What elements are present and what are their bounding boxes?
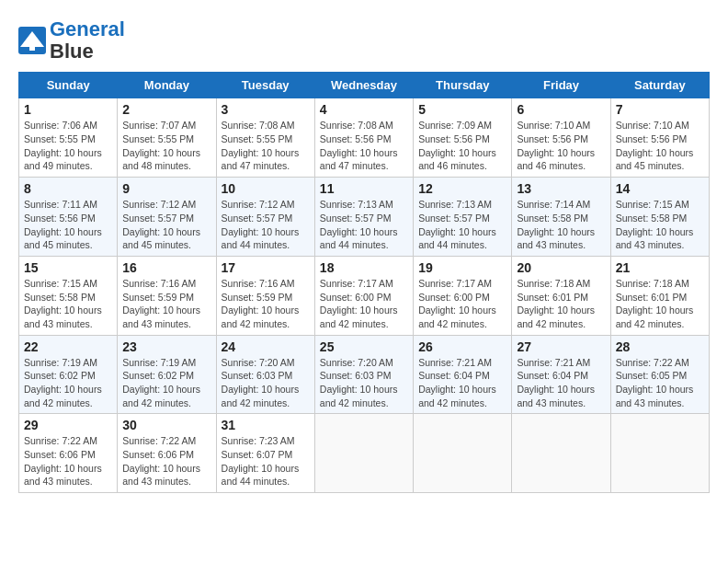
calendar-day-cell: 10Sunrise: 7:12 AM Sunset: 5:57 PM Dayli…: [216, 178, 314, 257]
day-number: 22: [24, 339, 112, 354]
day-number: 2: [122, 102, 210, 117]
day-info: Sunrise: 7:09 AM Sunset: 5:56 PM Dayligh…: [418, 119, 506, 173]
day-number: 1: [24, 102, 112, 117]
day-info: Sunrise: 7:07 AM Sunset: 5:55 PM Dayligh…: [122, 119, 210, 173]
calendar-week-row: 1Sunrise: 7:06 AM Sunset: 5:55 PM Daylig…: [19, 98, 710, 178]
day-info: Sunrise: 7:08 AM Sunset: 5:56 PM Dayligh…: [320, 119, 408, 173]
day-number: 30: [122, 418, 210, 432]
day-info: Sunrise: 7:19 AM Sunset: 6:02 PM Dayligh…: [24, 356, 112, 410]
calendar-day-cell: 20Sunrise: 7:18 AM Sunset: 6:01 PM Dayli…: [512, 256, 610, 335]
calendar-day-cell: 11Sunrise: 7:13 AM Sunset: 5:57 PM Dayli…: [314, 178, 413, 257]
calendar-day-cell: 18Sunrise: 7:17 AM Sunset: 6:00 PM Dayli…: [314, 256, 413, 335]
day-info: Sunrise: 7:19 AM Sunset: 6:02 PM Dayligh…: [122, 356, 210, 410]
weekday-header-tuesday: Tuesday: [216, 73, 314, 98]
day-info: Sunrise: 7:12 AM Sunset: 5:57 PM Dayligh…: [222, 198, 310, 252]
calendar-day-cell: 24Sunrise: 7:20 AM Sunset: 6:03 PM Dayli…: [216, 335, 314, 414]
calendar-day-cell: 17Sunrise: 7:16 AM Sunset: 5:59 PM Dayli…: [216, 256, 314, 335]
day-number: 4: [320, 102, 408, 117]
empty-cell: [414, 414, 512, 493]
calendar-day-cell: 15Sunrise: 7:15 AM Sunset: 5:58 PM Dayli…: [19, 256, 118, 335]
calendar-week-row: 8Sunrise: 7:11 AM Sunset: 5:56 PM Daylig…: [19, 178, 710, 257]
weekday-header-friday: Friday: [512, 73, 610, 98]
empty-cell: [512, 414, 610, 493]
empty-cell: [314, 414, 413, 493]
day-number: 5: [418, 102, 506, 117]
weekday-header-sunday: Sunday: [19, 73, 118, 98]
day-number: 21: [616, 260, 704, 275]
day-info: Sunrise: 7:10 AM Sunset: 5:56 PM Dayligh…: [517, 119, 605, 173]
day-number: 25: [320, 339, 408, 354]
day-number: 27: [517, 339, 605, 354]
calendar-week-row: 15Sunrise: 7:15 AM Sunset: 5:58 PM Dayli…: [19, 256, 710, 335]
day-number: 28: [616, 339, 704, 354]
day-number: 19: [418, 260, 506, 275]
day-number: 15: [24, 260, 112, 275]
day-number: 14: [616, 181, 704, 196]
calendar-day-cell: 19Sunrise: 7:17 AM Sunset: 6:00 PM Dayli…: [414, 256, 512, 335]
logo-icon: [18, 27, 46, 54]
day-info: Sunrise: 7:22 AM Sunset: 6:05 PM Dayligh…: [616, 356, 704, 410]
day-info: Sunrise: 7:18 AM Sunset: 6:01 PM Dayligh…: [517, 277, 605, 331]
day-info: Sunrise: 7:10 AM Sunset: 5:56 PM Dayligh…: [616, 119, 704, 173]
day-info: Sunrise: 7:15 AM Sunset: 5:58 PM Dayligh…: [24, 277, 112, 331]
day-info: Sunrise: 7:15 AM Sunset: 5:58 PM Dayligh…: [616, 198, 704, 252]
page-header: GeneralBlue: [18, 18, 710, 63]
calendar-day-cell: 28Sunrise: 7:22 AM Sunset: 6:05 PM Dayli…: [610, 335, 709, 414]
calendar-week-row: 29Sunrise: 7:22 AM Sunset: 6:06 PM Dayli…: [19, 414, 710, 493]
day-number: 23: [122, 339, 210, 354]
day-info: Sunrise: 7:20 AM Sunset: 6:03 PM Dayligh…: [320, 356, 408, 410]
weekday-header-thursday: Thursday: [414, 73, 512, 98]
day-info: Sunrise: 7:08 AM Sunset: 5:55 PM Dayligh…: [222, 119, 310, 173]
calendar-day-cell: 25Sunrise: 7:20 AM Sunset: 6:03 PM Dayli…: [314, 335, 413, 414]
day-info: Sunrise: 7:17 AM Sunset: 6:00 PM Dayligh…: [418, 277, 506, 331]
day-number: 24: [222, 339, 310, 354]
calendar-day-cell: 21Sunrise: 7:18 AM Sunset: 6:01 PM Dayli…: [610, 256, 709, 335]
calendar-week-row: 22Sunrise: 7:19 AM Sunset: 6:02 PM Dayli…: [19, 335, 710, 414]
calendar-day-cell: 8Sunrise: 7:11 AM Sunset: 5:56 PM Daylig…: [19, 178, 118, 257]
calendar-day-cell: 26Sunrise: 7:21 AM Sunset: 6:04 PM Dayli…: [414, 335, 512, 414]
day-info: Sunrise: 7:16 AM Sunset: 5:59 PM Dayligh…: [222, 277, 310, 331]
day-number: 7: [616, 102, 704, 117]
day-number: 9: [122, 181, 210, 196]
day-number: 20: [517, 260, 605, 275]
calendar-day-cell: 14Sunrise: 7:15 AM Sunset: 5:58 PM Dayli…: [610, 178, 709, 257]
day-info: Sunrise: 7:22 AM Sunset: 6:06 PM Dayligh…: [24, 434, 112, 488]
day-info: Sunrise: 7:12 AM Sunset: 5:57 PM Dayligh…: [122, 198, 210, 252]
day-info: Sunrise: 7:23 AM Sunset: 6:07 PM Dayligh…: [222, 434, 310, 488]
day-number: 11: [320, 181, 408, 196]
day-number: 29: [24, 418, 112, 432]
calendar-day-cell: 12Sunrise: 7:13 AM Sunset: 5:57 PM Dayli…: [414, 178, 512, 257]
day-info: Sunrise: 7:11 AM Sunset: 5:56 PM Dayligh…: [24, 198, 112, 252]
day-info: Sunrise: 7:13 AM Sunset: 5:57 PM Dayligh…: [418, 198, 506, 252]
day-info: Sunrise: 7:16 AM Sunset: 5:59 PM Dayligh…: [122, 277, 210, 331]
day-number: 17: [222, 260, 310, 275]
day-info: Sunrise: 7:18 AM Sunset: 6:01 PM Dayligh…: [616, 277, 704, 331]
empty-cell: [610, 414, 709, 493]
day-info: Sunrise: 7:17 AM Sunset: 6:00 PM Dayligh…: [320, 277, 408, 331]
day-number: 13: [517, 181, 605, 196]
day-number: 26: [418, 339, 506, 354]
day-info: Sunrise: 7:14 AM Sunset: 5:58 PM Dayligh…: [517, 198, 605, 252]
calendar-day-cell: 23Sunrise: 7:19 AM Sunset: 6:02 PM Dayli…: [118, 335, 216, 414]
calendar-day-cell: 3Sunrise: 7:08 AM Sunset: 5:55 PM Daylig…: [216, 98, 314, 178]
day-number: 12: [418, 181, 506, 196]
day-info: Sunrise: 7:06 AM Sunset: 5:55 PM Dayligh…: [24, 119, 112, 173]
logo-text: GeneralBlue: [50, 18, 125, 63]
day-info: Sunrise: 7:21 AM Sunset: 6:04 PM Dayligh…: [517, 356, 605, 410]
calendar-day-cell: 31Sunrise: 7:23 AM Sunset: 6:07 PM Dayli…: [216, 414, 314, 493]
calendar-day-cell: 5Sunrise: 7:09 AM Sunset: 5:56 PM Daylig…: [414, 98, 512, 178]
calendar-day-cell: 30Sunrise: 7:22 AM Sunset: 6:06 PM Dayli…: [118, 414, 216, 493]
day-number: 16: [122, 260, 210, 275]
day-number: 6: [517, 102, 605, 117]
calendar-table: SundayMondayTuesdayWednesdayThursdayFrid…: [18, 72, 710, 493]
calendar-day-cell: 27Sunrise: 7:21 AM Sunset: 6:04 PM Dayli…: [512, 335, 610, 414]
calendar-day-cell: 29Sunrise: 7:22 AM Sunset: 6:06 PM Dayli…: [19, 414, 118, 493]
weekday-header-wednesday: Wednesday: [314, 73, 413, 98]
weekday-header-saturday: Saturday: [610, 73, 709, 98]
calendar-day-cell: 13Sunrise: 7:14 AM Sunset: 5:58 PM Dayli…: [512, 178, 610, 257]
svg-rect-2: [29, 43, 35, 51]
logo: GeneralBlue: [18, 18, 125, 63]
calendar-day-cell: 7Sunrise: 7:10 AM Sunset: 5:56 PM Daylig…: [610, 98, 709, 178]
calendar-day-cell: 2Sunrise: 7:07 AM Sunset: 5:55 PM Daylig…: [118, 98, 216, 178]
calendar-day-cell: 1Sunrise: 7:06 AM Sunset: 5:55 PM Daylig…: [19, 98, 118, 178]
